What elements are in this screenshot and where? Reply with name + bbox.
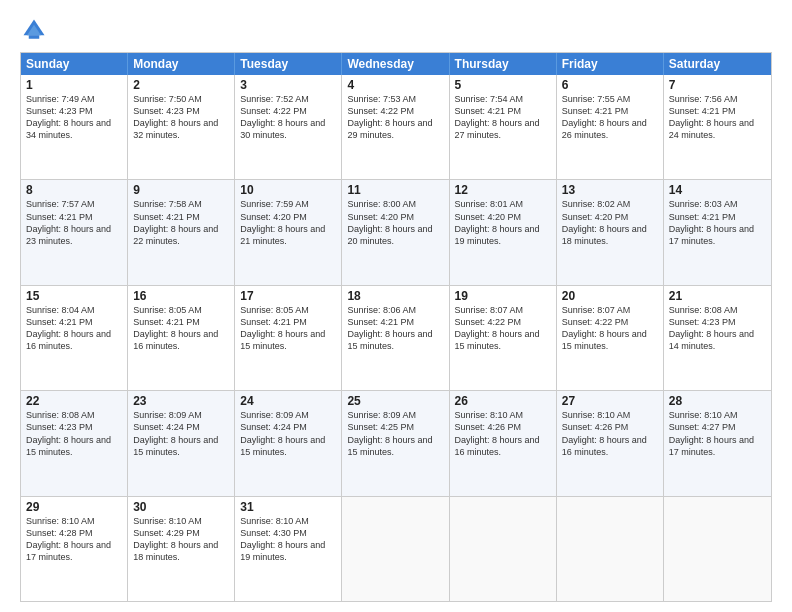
day-number: 20 xyxy=(562,289,658,303)
calendar: Sunday Monday Tuesday Wednesday Thursday… xyxy=(20,52,772,602)
day-cell-13: 13Sunrise: 8:02 AMSunset: 4:20 PMDayligh… xyxy=(557,180,664,284)
empty-cell xyxy=(342,497,449,601)
cell-text: Sunrise: 8:10 AMSunset: 4:28 PMDaylight:… xyxy=(26,516,111,562)
header-saturday: Saturday xyxy=(664,53,771,75)
cell-text: Sunrise: 8:09 AMSunset: 4:24 PMDaylight:… xyxy=(240,410,325,456)
day-number: 27 xyxy=(562,394,658,408)
day-cell-27: 27Sunrise: 8:10 AMSunset: 4:26 PMDayligh… xyxy=(557,391,664,495)
day-number: 30 xyxy=(133,500,229,514)
day-cell-22: 22Sunrise: 8:08 AMSunset: 4:23 PMDayligh… xyxy=(21,391,128,495)
cell-text: Sunrise: 8:01 AMSunset: 4:20 PMDaylight:… xyxy=(455,199,540,245)
cell-text: Sunrise: 8:10 AMSunset: 4:27 PMDaylight:… xyxy=(669,410,754,456)
day-number: 8 xyxy=(26,183,122,197)
cell-text: Sunrise: 8:05 AMSunset: 4:21 PMDaylight:… xyxy=(240,305,325,351)
day-cell-7: 7Sunrise: 7:56 AMSunset: 4:21 PMDaylight… xyxy=(664,75,771,179)
day-number: 6 xyxy=(562,78,658,92)
day-cell-28: 28Sunrise: 8:10 AMSunset: 4:27 PMDayligh… xyxy=(664,391,771,495)
cell-text: Sunrise: 8:07 AMSunset: 4:22 PMDaylight:… xyxy=(455,305,540,351)
day-cell-9: 9Sunrise: 7:58 AMSunset: 4:21 PMDaylight… xyxy=(128,180,235,284)
day-cell-29: 29Sunrise: 8:10 AMSunset: 4:28 PMDayligh… xyxy=(21,497,128,601)
day-cell-30: 30Sunrise: 8:10 AMSunset: 4:29 PMDayligh… xyxy=(128,497,235,601)
day-number: 19 xyxy=(455,289,551,303)
day-number: 10 xyxy=(240,183,336,197)
day-number: 16 xyxy=(133,289,229,303)
day-number: 21 xyxy=(669,289,766,303)
day-cell-24: 24Sunrise: 8:09 AMSunset: 4:24 PMDayligh… xyxy=(235,391,342,495)
day-cell-17: 17Sunrise: 8:05 AMSunset: 4:21 PMDayligh… xyxy=(235,286,342,390)
day-cell-19: 19Sunrise: 8:07 AMSunset: 4:22 PMDayligh… xyxy=(450,286,557,390)
header-friday: Friday xyxy=(557,53,664,75)
cell-text: Sunrise: 7:53 AMSunset: 4:22 PMDaylight:… xyxy=(347,94,432,140)
day-number: 26 xyxy=(455,394,551,408)
cell-text: Sunrise: 8:02 AMSunset: 4:20 PMDaylight:… xyxy=(562,199,647,245)
day-number: 3 xyxy=(240,78,336,92)
day-cell-16: 16Sunrise: 8:05 AMSunset: 4:21 PMDayligh… xyxy=(128,286,235,390)
day-cell-8: 8Sunrise: 7:57 AMSunset: 4:21 PMDaylight… xyxy=(21,180,128,284)
day-cell-3: 3Sunrise: 7:52 AMSunset: 4:22 PMDaylight… xyxy=(235,75,342,179)
cell-text: Sunrise: 8:00 AMSunset: 4:20 PMDaylight:… xyxy=(347,199,432,245)
cell-text: Sunrise: 8:04 AMSunset: 4:21 PMDaylight:… xyxy=(26,305,111,351)
day-cell-14: 14Sunrise: 8:03 AMSunset: 4:21 PMDayligh… xyxy=(664,180,771,284)
cell-text: Sunrise: 8:10 AMSunset: 4:30 PMDaylight:… xyxy=(240,516,325,562)
day-cell-26: 26Sunrise: 8:10 AMSunset: 4:26 PMDayligh… xyxy=(450,391,557,495)
empty-cell xyxy=(557,497,664,601)
day-number: 22 xyxy=(26,394,122,408)
cell-text: Sunrise: 7:56 AMSunset: 4:21 PMDaylight:… xyxy=(669,94,754,140)
calendar-body: 1Sunrise: 7:49 AMSunset: 4:23 PMDaylight… xyxy=(21,75,771,601)
day-cell-5: 5Sunrise: 7:54 AMSunset: 4:21 PMDaylight… xyxy=(450,75,557,179)
day-cell-25: 25Sunrise: 8:09 AMSunset: 4:25 PMDayligh… xyxy=(342,391,449,495)
logo xyxy=(20,16,52,44)
cell-text: Sunrise: 7:57 AMSunset: 4:21 PMDaylight:… xyxy=(26,199,111,245)
day-number: 2 xyxy=(133,78,229,92)
day-number: 9 xyxy=(133,183,229,197)
day-cell-4: 4Sunrise: 7:53 AMSunset: 4:22 PMDaylight… xyxy=(342,75,449,179)
cell-text: Sunrise: 7:54 AMSunset: 4:21 PMDaylight:… xyxy=(455,94,540,140)
cell-text: Sunrise: 8:07 AMSunset: 4:22 PMDaylight:… xyxy=(562,305,647,351)
svg-rect-2 xyxy=(29,35,40,39)
cell-text: Sunrise: 8:10 AMSunset: 4:26 PMDaylight:… xyxy=(455,410,540,456)
page: Sunday Monday Tuesday Wednesday Thursday… xyxy=(0,0,792,612)
day-number: 12 xyxy=(455,183,551,197)
calendar-row-5: 29Sunrise: 8:10 AMSunset: 4:28 PMDayligh… xyxy=(21,496,771,601)
cell-text: Sunrise: 8:06 AMSunset: 4:21 PMDaylight:… xyxy=(347,305,432,351)
header-sunday: Sunday xyxy=(21,53,128,75)
day-cell-31: 31Sunrise: 8:10 AMSunset: 4:30 PMDayligh… xyxy=(235,497,342,601)
cell-text: Sunrise: 7:52 AMSunset: 4:22 PMDaylight:… xyxy=(240,94,325,140)
day-cell-18: 18Sunrise: 8:06 AMSunset: 4:21 PMDayligh… xyxy=(342,286,449,390)
day-cell-10: 10Sunrise: 7:59 AMSunset: 4:20 PMDayligh… xyxy=(235,180,342,284)
cell-text: Sunrise: 8:09 AMSunset: 4:25 PMDaylight:… xyxy=(347,410,432,456)
day-cell-12: 12Sunrise: 8:01 AMSunset: 4:20 PMDayligh… xyxy=(450,180,557,284)
logo-icon xyxy=(20,16,48,44)
day-cell-20: 20Sunrise: 8:07 AMSunset: 4:22 PMDayligh… xyxy=(557,286,664,390)
day-cell-15: 15Sunrise: 8:04 AMSunset: 4:21 PMDayligh… xyxy=(21,286,128,390)
calendar-row-3: 15Sunrise: 8:04 AMSunset: 4:21 PMDayligh… xyxy=(21,285,771,390)
cell-text: Sunrise: 7:59 AMSunset: 4:20 PMDaylight:… xyxy=(240,199,325,245)
day-cell-6: 6Sunrise: 7:55 AMSunset: 4:21 PMDaylight… xyxy=(557,75,664,179)
cell-text: Sunrise: 8:10 AMSunset: 4:29 PMDaylight:… xyxy=(133,516,218,562)
header-wednesday: Wednesday xyxy=(342,53,449,75)
day-number: 15 xyxy=(26,289,122,303)
day-number: 14 xyxy=(669,183,766,197)
day-number: 1 xyxy=(26,78,122,92)
day-number: 17 xyxy=(240,289,336,303)
day-cell-21: 21Sunrise: 8:08 AMSunset: 4:23 PMDayligh… xyxy=(664,286,771,390)
empty-cell xyxy=(664,497,771,601)
cell-text: Sunrise: 7:50 AMSunset: 4:23 PMDaylight:… xyxy=(133,94,218,140)
header xyxy=(20,16,772,44)
header-thursday: Thursday xyxy=(450,53,557,75)
day-number: 7 xyxy=(669,78,766,92)
calendar-row-2: 8Sunrise: 7:57 AMSunset: 4:21 PMDaylight… xyxy=(21,179,771,284)
calendar-row-1: 1Sunrise: 7:49 AMSunset: 4:23 PMDaylight… xyxy=(21,75,771,179)
day-cell-1: 1Sunrise: 7:49 AMSunset: 4:23 PMDaylight… xyxy=(21,75,128,179)
cell-text: Sunrise: 7:49 AMSunset: 4:23 PMDaylight:… xyxy=(26,94,111,140)
day-number: 31 xyxy=(240,500,336,514)
day-number: 25 xyxy=(347,394,443,408)
cell-text: Sunrise: 7:55 AMSunset: 4:21 PMDaylight:… xyxy=(562,94,647,140)
day-number: 28 xyxy=(669,394,766,408)
header-monday: Monday xyxy=(128,53,235,75)
calendar-header: Sunday Monday Tuesday Wednesday Thursday… xyxy=(21,53,771,75)
header-tuesday: Tuesday xyxy=(235,53,342,75)
day-cell-23: 23Sunrise: 8:09 AMSunset: 4:24 PMDayligh… xyxy=(128,391,235,495)
day-number: 4 xyxy=(347,78,443,92)
calendar-row-4: 22Sunrise: 8:08 AMSunset: 4:23 PMDayligh… xyxy=(21,390,771,495)
